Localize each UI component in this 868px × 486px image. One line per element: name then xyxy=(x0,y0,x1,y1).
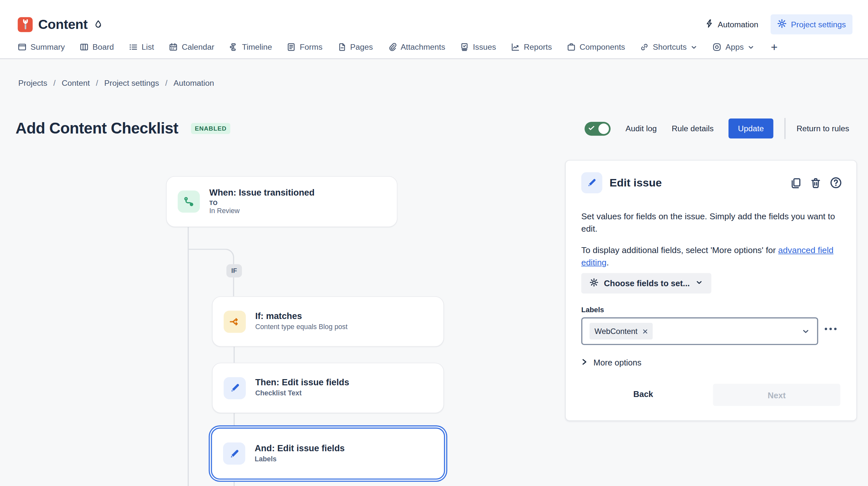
back-button[interactable]: Back xyxy=(630,389,657,399)
nav-tab-apps[interactable]: Apps xyxy=(713,42,755,51)
return-to-rules-link[interactable]: Return to rules xyxy=(797,124,849,133)
nav-tab-components[interactable]: Components xyxy=(567,42,625,51)
chevron-down-icon xyxy=(801,327,810,336)
breadcrumb-separator: / xyxy=(165,79,167,87)
nav-tab-timeline[interactable]: Timeline xyxy=(229,42,272,51)
node-title: If: matches xyxy=(255,311,347,321)
nav-tab-board[interactable]: Board xyxy=(80,42,114,51)
trash-icon xyxy=(810,177,822,189)
automation-button-label: Automation xyxy=(718,20,758,29)
breadcrumb-content[interactable]: Content xyxy=(62,79,90,87)
edit-issue-panel: Edit issue Set values for fields on the … xyxy=(565,160,857,421)
branch-split-icon xyxy=(224,310,246,332)
breadcrumb-separator: / xyxy=(53,79,56,87)
project-settings-button-label: Project settings xyxy=(791,20,846,29)
node-subtitle-strong: TO xyxy=(209,199,314,206)
node-subtitle: Checklist Text xyxy=(255,390,349,398)
labels-select[interactable]: WebContent xyxy=(581,317,818,345)
chevron-down-icon xyxy=(695,278,703,288)
chevron-right-icon xyxy=(581,358,587,367)
panel-header: Edit issue xyxy=(581,172,842,193)
project-identity: Content xyxy=(18,17,103,32)
nav-tab-pages[interactable]: Pages xyxy=(337,42,373,51)
question-icon xyxy=(830,177,842,189)
more-options-toggle[interactable]: More options xyxy=(581,358,641,367)
pencil-icon xyxy=(224,377,246,399)
delete-button[interactable] xyxy=(810,177,822,189)
list-icon xyxy=(129,42,138,51)
flow-node-condition[interactable]: If: matches Content type equals Blog pos… xyxy=(212,296,444,346)
rule-titlebar: Add Content Checklist ENABLED xyxy=(16,120,230,138)
breadcrumb-automation[interactable]: Automation xyxy=(174,79,214,87)
if-branch-badge: IF xyxy=(226,264,242,277)
issues-icon xyxy=(460,42,469,51)
nav-tab-list[interactable]: List xyxy=(129,42,154,51)
add-tab-button[interactable]: + xyxy=(770,42,779,51)
automation-button[interactable]: Automation xyxy=(699,14,765,34)
check-icon xyxy=(588,125,595,131)
chevron-down-icon xyxy=(747,43,755,51)
nav-tab-shortcuts[interactable]: Shortcuts xyxy=(640,42,698,51)
node-title: And: Edit issue fields xyxy=(255,444,344,454)
audit-log-link[interactable]: Audit log xyxy=(625,124,657,133)
nav-tab-attachments[interactable]: Attachments xyxy=(388,42,445,51)
gear-icon xyxy=(590,278,598,288)
choose-fields-label: Choose fields to set... xyxy=(604,278,690,288)
node-subtitle: In Review xyxy=(209,207,314,216)
ink-pen-icon xyxy=(94,20,103,29)
labels-field-label: Labels xyxy=(581,306,604,314)
toggle-knob xyxy=(598,123,609,133)
pages-icon xyxy=(337,42,346,51)
pencil-icon xyxy=(223,443,245,464)
project-title: Content xyxy=(38,17,88,32)
apps-icon xyxy=(713,42,721,51)
next-button[interactable]: Next xyxy=(713,384,840,406)
flow-node-action-then[interactable]: Then: Edit issue fields Checklist Text xyxy=(212,363,444,413)
forms-icon xyxy=(287,42,296,51)
jira-automation-rule-page: Content Automation xyxy=(0,0,868,486)
nav-tab-issues[interactable]: Issues xyxy=(460,42,496,51)
rule-details-link[interactable]: Rule details xyxy=(672,124,713,133)
connector-line xyxy=(234,413,235,428)
more-options-label: More options xyxy=(593,358,641,367)
status-badge: ENABLED xyxy=(191,123,230,134)
calendar-icon xyxy=(169,42,178,51)
breadcrumb: Projects / Content / Project settings / … xyxy=(18,79,214,87)
duplicate-button[interactable] xyxy=(790,177,802,189)
summary-icon xyxy=(18,42,27,51)
help-button[interactable] xyxy=(830,177,842,189)
toolbar-divider xyxy=(784,118,785,139)
timeline-icon xyxy=(229,42,238,51)
project-header: Content Automation xyxy=(0,0,868,59)
label-tag-text: WebContent xyxy=(595,327,638,336)
chevron-down-icon xyxy=(691,43,698,51)
rule-enabled-toggle[interactable] xyxy=(585,121,611,135)
node-title: Then: Edit issue fields xyxy=(255,378,349,388)
breadcrumb-project-settings[interactable]: Project settings xyxy=(104,79,159,87)
panel-title: Edit issue xyxy=(610,176,783,189)
project-avatar xyxy=(18,17,33,32)
update-button[interactable]: Update xyxy=(729,119,774,139)
panel-description: Set values for fields on the issue. Simp… xyxy=(581,210,839,236)
nav-tab-summary[interactable]: Summary xyxy=(18,42,65,51)
breadcrumb-projects[interactable]: Projects xyxy=(18,79,47,87)
pencil-icon xyxy=(581,172,602,193)
node-subtitle: Labels xyxy=(255,455,344,464)
breadcrumb-separator: / xyxy=(96,79,98,87)
remove-tag-button[interactable] xyxy=(642,329,647,334)
labels-more-button[interactable] xyxy=(824,327,838,331)
nav-tab-reports[interactable]: Reports xyxy=(511,42,552,51)
wrench-icon xyxy=(19,18,31,31)
gear-icon xyxy=(777,19,786,30)
project-nav: Summary Board List Calendar Timeline For… xyxy=(18,42,779,51)
flow-node-trigger[interactable]: When: Issue transitioned TO In Review xyxy=(166,176,398,227)
nav-tab-calendar[interactable]: Calendar xyxy=(169,42,214,51)
nav-tab-forms[interactable]: Forms xyxy=(287,42,322,51)
lightning-icon xyxy=(705,19,713,30)
label-tag: WebContent xyxy=(590,323,653,339)
link-icon xyxy=(640,42,649,51)
choose-fields-dropdown[interactable]: Choose fields to set... xyxy=(581,273,711,293)
project-settings-button[interactable]: Project settings xyxy=(771,14,853,34)
flow-node-action-and-selected[interactable]: And: Edit issue fields Labels xyxy=(211,427,445,480)
connector-line xyxy=(234,346,235,363)
